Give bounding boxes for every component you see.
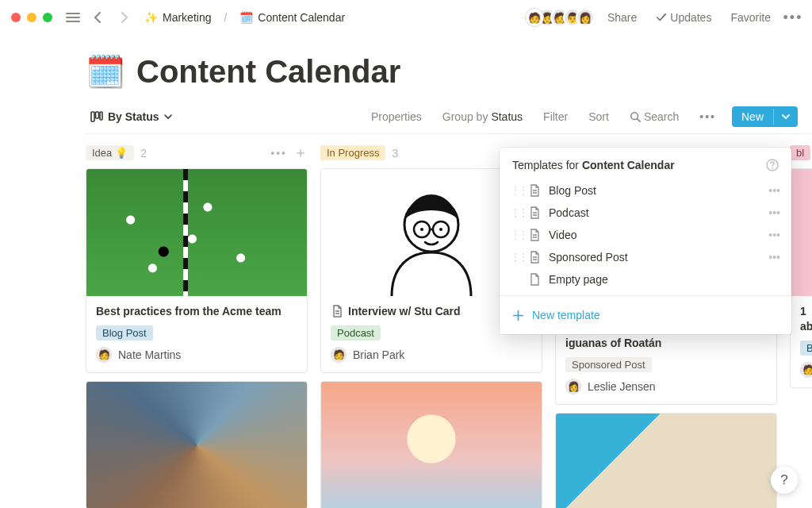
new-button-caret[interactable] (773, 109, 798, 125)
card[interactable] (555, 413, 777, 508)
breadcrumb-parent-icon: ✨ (144, 11, 158, 24)
card-tag: Sponsored Post (565, 357, 652, 372)
card[interactable]: iguanas of Roatán Sponsored Post 👩 Lesli… (555, 328, 777, 405)
avatar: 🧑 (331, 347, 347, 363)
drag-handle-icon[interactable]: ⋮⋮ (511, 252, 520, 263)
help-icon[interactable] (766, 159, 779, 171)
more-icon[interactable]: ••• (783, 8, 802, 27)
view-selector[interactable]: By Status (86, 108, 177, 125)
templates-heading-name: Content Calendar (582, 159, 675, 171)
drag-handle-icon[interactable]: ⋮⋮ (511, 207, 520, 218)
column-header[interactable]: Idea 💡 2 ••• ＋ (86, 145, 308, 160)
template-more-icon[interactable]: ••• (768, 251, 780, 264)
page-icon[interactable]: 🗓️ (86, 54, 125, 89)
template-label: Sponsored Post (549, 251, 628, 264)
svg-rect-0 (91, 112, 94, 121)
card-cover (86, 169, 307, 296)
card-title: 1 able (800, 304, 811, 334)
card[interactable]: 1 able Blog 🧑 N (790, 168, 812, 388)
card-title: Best practices from the Acme team (96, 304, 297, 319)
svg-rect-1 (96, 112, 99, 118)
filter-button[interactable]: Filter (538, 108, 573, 125)
template-item[interactable]: ⋮⋮ Podcast ••• (500, 202, 791, 224)
template-item[interactable]: ⋮⋮ Blog Post ••• (500, 179, 791, 202)
window-controls (11, 13, 52, 22)
view-name: By Status (108, 110, 159, 123)
column-more-icon[interactable]: ••• (270, 147, 287, 160)
avatar: 🧑 (96, 347, 112, 363)
search-icon (630, 111, 641, 122)
search-button[interactable]: Search (625, 108, 684, 125)
group-by-button[interactable]: Group by Status (438, 108, 527, 125)
card-author: Nate Martins (118, 348, 181, 361)
presence-avatars[interactable]: 🧑 👩 🧑 👨 👩 (525, 8, 595, 27)
column-count: 2 (140, 147, 147, 160)
chevron-down-icon (782, 113, 790, 121)
page-title[interactable]: 🗓️ Content Calendar (86, 54, 812, 89)
sidebar-toggle-icon[interactable] (63, 8, 82, 27)
card-author: Leslie Jensen (588, 380, 656, 393)
template-item[interactable]: ⋮⋮ Sponsored Post ••• (500, 246, 791, 268)
divider (500, 295, 791, 296)
nav-forward-button[interactable] (114, 8, 133, 27)
zoom-icon[interactable] (43, 13, 52, 22)
column-add-button[interactable]: ＋ (293, 147, 308, 160)
nav-back-button[interactable] (89, 8, 108, 27)
group-by-prefix: Group by (442, 110, 488, 123)
drag-handle-icon[interactable]: ⋮⋮ (511, 229, 520, 241)
sort-button[interactable]: Sort (584, 108, 614, 125)
templates-heading: Templates for Content Calendar (500, 148, 791, 179)
breadcrumb-page-icon: 🗓️ (239, 11, 253, 24)
template-item[interactable]: ⋮⋮ Video ••• (500, 224, 791, 246)
new-button[interactable]: New (732, 106, 798, 127)
new-template-button[interactable]: New template (500, 301, 791, 329)
card-tag: Blog Post (96, 325, 153, 341)
card[interactable] (86, 381, 308, 508)
view-more-icon[interactable]: ••• (695, 108, 721, 125)
group-by-value: Status (491, 110, 523, 123)
updates-button[interactable]: Updates (649, 8, 718, 27)
updates-label: Updates (670, 11, 711, 24)
close-icon[interactable] (11, 13, 21, 22)
page-icon (528, 273, 541, 286)
avatar: 👩 (565, 379, 581, 394)
template-more-icon[interactable]: ••• (768, 206, 780, 219)
page-icon (528, 184, 541, 197)
card-cover (556, 414, 776, 508)
card-title: iguanas of Roatán (565, 336, 767, 351)
template-more-icon[interactable]: ••• (768, 184, 780, 197)
share-button[interactable]: Share (601, 8, 643, 27)
svg-point-10 (772, 167, 773, 169)
breadcrumb-page-label: Content Calendar (258, 11, 345, 24)
card[interactable]: Best practices from the Acme team Blog P… (86, 168, 308, 373)
properties-button[interactable]: Properties (366, 108, 427, 125)
chevron-down-icon (164, 113, 172, 121)
template-more-icon[interactable]: ••• (768, 229, 780, 241)
view-toolbar: By Status Properties Group by Status Fil… (86, 106, 812, 134)
template-item-empty[interactable]: ⋮⋮ Empty page (500, 268, 791, 291)
card-author: Brian Park (353, 348, 404, 361)
illustration-icon (360, 169, 503, 296)
drag-handle-icon[interactable]: ⋮⋮ (511, 185, 520, 196)
card[interactable] (320, 381, 542, 508)
breadcrumb-parent-label: Marketing (163, 11, 211, 24)
template-label: Podcast (549, 206, 589, 219)
column-header[interactable]: bl (790, 145, 812, 160)
check-icon (656, 12, 667, 23)
avatar: 🧑 (525, 8, 544, 27)
minimize-icon[interactable] (27, 13, 36, 22)
breadcrumb-parent[interactable]: ✨ Marketing (140, 9, 216, 26)
breadcrumb-page[interactable]: 🗓️ Content Calendar (235, 9, 350, 26)
topbar: ✨ Marketing / 🗓️ Content Calendar 🧑 👩 🧑 … (0, 0, 812, 35)
page-icon (331, 305, 343, 318)
card-tag: Blog (800, 341, 812, 356)
template-label: Video (549, 229, 577, 241)
help-button[interactable]: ? (771, 467, 798, 494)
svg-rect-2 (100, 112, 102, 120)
lightbulb-icon: 💡 (115, 147, 128, 159)
status-pill: In Progress (320, 145, 385, 160)
avatar: 🧑 (800, 362, 812, 378)
page-title-text: Content Calendar (136, 54, 400, 89)
page-icon (528, 206, 541, 219)
favorite-button[interactable]: Favorite (724, 8, 777, 27)
